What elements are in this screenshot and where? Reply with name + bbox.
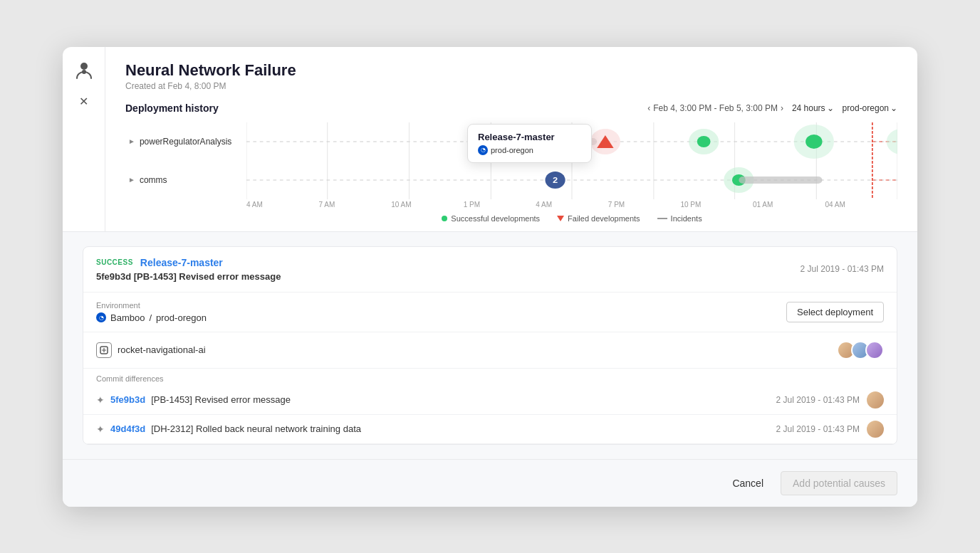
prev-date-icon[interactable]: ‹	[647, 103, 650, 113]
close-icon[interactable]: ✕	[79, 95, 88, 108]
env-chevron: ⌄	[890, 103, 897, 113]
tooltip-title: Release-7-master	[478, 132, 581, 142]
env-slash: /	[149, 312, 152, 323]
user-icon	[76, 61, 92, 83]
tooltip-env: ◔ prod-oregon	[478, 145, 581, 155]
top-section: ✕ Neural Network Failure Created at Feb …	[63, 47, 917, 232]
date-range-nav: ‹ Feb 4, 3:00 PM - Feb 5, 3:00 PM ›	[647, 103, 783, 113]
deployment-history-label: Deployment history	[125, 102, 219, 114]
x-tick-4: 4 AM	[536, 201, 608, 209]
commit-icon-2: ✦	[96, 423, 105, 435]
timeline-chart-container: ► powerRegulatorAnalysis	[125, 122, 897, 231]
timeline-row-2: ► comms	[125, 161, 897, 199]
commit-avatar-2	[867, 421, 884, 438]
deployment-name-row: SUCCESS Release-7-master	[96, 257, 281, 268]
cancel-button[interactable]: Cancel	[724, 472, 772, 495]
footer-actions: Cancel Add potential causes	[63, 459, 917, 507]
incident-created: Created at Feb 4, 8:00 PM	[125, 81, 897, 91]
bottom-section: SUCCESS Release-7-master 5fe9b3d [PB-145…	[63, 232, 917, 459]
legend-triangle-red	[557, 216, 564, 221]
tooltip: Release-7-master ◔ prod-oregon	[467, 124, 592, 163]
avatar-stack	[837, 341, 884, 359]
chart-legend: Successful developments Failed developme…	[125, 209, 897, 231]
next-date-icon[interactable]: ›	[781, 103, 783, 113]
x-tick-3: 1 PM	[464, 201, 536, 209]
release-name: Release-7-master	[140, 257, 223, 268]
commit-diff-row-2: ✦ 49d4f3d [DH-2312] Rolled back neural n…	[83, 415, 897, 444]
x-tick-7: 01 AM	[753, 201, 825, 209]
avatar-3	[865, 341, 884, 359]
commit-msg-2: [DH-2312] Rolled back neural network tra…	[151, 423, 361, 434]
env-ci-name: Bamboo	[110, 312, 145, 323]
commit-avatar-1	[867, 391, 884, 409]
add-causes-button: Add potential causes	[781, 471, 897, 495]
commit-diff-right-2: 2 Jul 2019 - 01:43 PM	[776, 421, 884, 438]
environment-button[interactable]: prod-oregon ⌄	[843, 103, 897, 113]
environment-label: prod-oregon	[843, 103, 889, 113]
commit-hash-msg: [PB-1453] Revised error message	[134, 271, 281, 282]
deployment-controls: ‹ Feb 4, 3:00 PM - Feb 5, 3:00 PM › 24 h…	[647, 103, 897, 113]
expand-icon-1: ►	[128, 137, 135, 145]
commit-hash-2[interactable]: 49d4f3d	[110, 423, 145, 434]
commit-hash-1[interactable]: 5fe9b3d	[110, 394, 145, 405]
legend-successful-text: Successful developments	[451, 214, 540, 223]
env-section: Environment ◔ Bamboo / prod-oregon Selec…	[83, 293, 897, 332]
svg-point-1	[82, 70, 86, 74]
row-label-2: comms	[140, 175, 167, 185]
incident-title: Neural Network Failure	[125, 61, 897, 80]
x-tick-1: 7 AM	[319, 201, 392, 209]
deployment-header: Deployment history ‹ Feb 4, 3:00 PM - Fe…	[125, 102, 897, 114]
legend-failed-text: Failed developments	[568, 214, 640, 223]
svg-rect-38	[739, 177, 822, 184]
commit-ts-2: 2 Jul 2019 - 01:43 PM	[776, 424, 860, 434]
bamboo-env-icon: ◔	[96, 312, 106, 322]
commit-hash-row: 5fe9b3d [PB-1453] Revised error message	[96, 271, 281, 282]
modal-container: ✕ Neural Network Failure Created at Feb …	[63, 47, 917, 507]
x-tick-6: 10 PM	[680, 201, 753, 209]
timeline-label-1[interactable]: ► powerRegulatorAnalysis	[125, 137, 246, 147]
status-badge: SUCCESS	[96, 258, 133, 266]
svg-point-20	[806, 135, 822, 149]
service-row: rocket-navigational-ai	[83, 332, 897, 369]
x-tick-2: 10 AM	[391, 201, 464, 209]
svg-point-0	[80, 63, 88, 70]
env-region: prod-oregon	[156, 312, 207, 323]
x-axis: 4 AM 7 AM 10 AM 1 PM 4 AM 7 PM 10 PM 01 …	[125, 199, 897, 209]
expand-icon-2: ►	[128, 176, 135, 184]
deployment-card-left: SUCCESS Release-7-master 5fe9b3d [PB-145…	[96, 257, 281, 282]
date-range-text: Feb 4, 3:00 PM - Feb 5, 3:00 PM	[653, 103, 778, 113]
commit-ts-1: 2 Jul 2019 - 01:43 PM	[776, 395, 860, 405]
select-deployment-button[interactable]: Select deployment	[786, 302, 884, 322]
x-tick-0: 4 AM	[246, 201, 319, 209]
commit-diff-right-1: 2 Jul 2019 - 01:43 PM	[776, 391, 884, 409]
commit-diff-left-2: ✦ 49d4f3d [DH-2312] Rolled back neural n…	[96, 423, 361, 435]
commit-diffs-label: Commit differences	[83, 369, 897, 386]
time-range-chevron: ⌄	[827, 103, 834, 113]
timeline-row-1: ► powerRegulatorAnalysis	[125, 122, 897, 161]
deployment-card-header: SUCCESS Release-7-master 5fe9b3d [PB-145…	[83, 247, 897, 293]
legend-dot-green	[442, 216, 447, 221]
legend-dash	[657, 218, 667, 219]
service-name: rocket-navigational-ai	[96, 342, 206, 358]
env-value: ◔ Bamboo / prod-oregon	[96, 312, 207, 323]
env-block: Environment ◔ Bamboo / prod-oregon	[96, 301, 207, 323]
commit-diff-left-1: ✦ 5fe9b3d [PB-1453] Revised error messag…	[96, 394, 291, 406]
timeline-chart-2: 2	[246, 161, 897, 199]
commit-icon-1: ✦	[96, 394, 105, 406]
row-label-1: powerRegulatorAnalysis	[140, 137, 231, 147]
commit-msg-1: [PB-1453] Revised error message	[151, 394, 291, 405]
time-range-label: 24 hours	[792, 103, 825, 113]
x-tick-8: 04 AM	[825, 201, 898, 209]
time-range-button[interactable]: 24 hours ⌄	[792, 103, 834, 113]
svg-text:2: 2	[553, 175, 558, 184]
svg-point-18	[697, 136, 711, 147]
bamboo-icon: ◔	[478, 145, 488, 155]
commit-hash-value: 5fe9b3d	[96, 271, 131, 282]
env-label: Environment	[96, 301, 207, 310]
left-sidebar: ✕	[63, 47, 105, 231]
legend-incidents: Incidents	[657, 214, 702, 223]
timeline-label-2[interactable]: ► comms	[125, 175, 246, 185]
legend-failed: Failed developments	[557, 214, 640, 223]
svg-point-21	[887, 129, 897, 154]
commit-diff-row-1: ✦ 5fe9b3d [PB-1453] Revised error messag…	[83, 386, 897, 415]
